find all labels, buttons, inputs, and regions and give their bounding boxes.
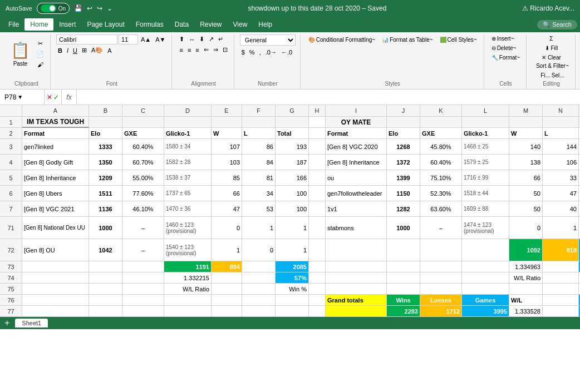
cell-6A[interactable]: [Gen 8] Ubers: [22, 186, 89, 201]
cell-71M[interactable]: 0: [509, 217, 543, 239]
cell-2M[interactable]: W: [509, 128, 543, 139]
cell-6K[interactable]: 52.30%: [420, 186, 462, 201]
cell-75J[interactable]: [387, 284, 420, 295]
cell-7K[interactable]: 63.60%: [420, 201, 462, 217]
cell-77N[interactable]: [543, 306, 579, 317]
cell-4L[interactable]: 1579 ± 25: [462, 155, 509, 170]
cell-74J[interactable]: [387, 272, 420, 284]
format-cells-button[interactable]: 🔧 Format~: [490, 53, 522, 62]
cell-76L[interactable]: Games: [462, 295, 509, 306]
cell-77M[interactable]: 1.333528: [509, 306, 543, 317]
cell-77A[interactable]: [22, 306, 89, 317]
cell-2I[interactable]: Format: [326, 128, 387, 139]
cell-74M[interactable]: W/L Ratio: [509, 272, 543, 284]
cell-71H[interactable]: [309, 217, 326, 239]
cell-74K[interactable]: [420, 272, 462, 284]
cell-2C[interactable]: GXE: [122, 128, 164, 139]
cell-6B[interactable]: 1511: [89, 186, 122, 201]
undo-icon[interactable]: ↩: [87, 4, 92, 12]
cell-71E[interactable]: 0: [212, 217, 242, 239]
menu-pagelayout[interactable]: Page Layout: [81, 18, 130, 31]
col-header-K[interactable]: K: [420, 105, 462, 116]
cell-75F[interactable]: [242, 284, 276, 295]
font-size-input[interactable]: [119, 34, 138, 44]
cell-76J[interactable]: Wins: [387, 295, 420, 306]
decrease-indent-button[interactable]: ⇐: [202, 45, 210, 54]
cell-5A[interactable]: [Gen 8] Inheritance: [22, 170, 89, 186]
cell-1B[interactable]: [89, 117, 122, 128]
cell-5I[interactable]: ou: [326, 170, 387, 186]
clear-button[interactable]: ✕ Clear: [532, 53, 571, 62]
cell-3L[interactable]: 1468 ± 25: [462, 139, 509, 155]
cell-1K[interactable]: [420, 117, 462, 128]
cell-76M[interactable]: W/L: [509, 295, 543, 306]
menu-home[interactable]: Home: [24, 18, 53, 31]
cell-75I[interactable]: [326, 284, 387, 295]
cell-3M[interactable]: 140: [509, 139, 543, 155]
col-header-G[interactable]: G: [276, 105, 309, 116]
cut-button[interactable]: ✂: [35, 39, 46, 48]
cell-3B[interactable]: 1333: [89, 139, 122, 155]
cell-71D[interactable]: 1460 ± 123 (provisional): [164, 217, 212, 239]
cell-74G[interactable]: 57%: [276, 272, 309, 284]
col-header-I[interactable]: I: [326, 105, 387, 116]
cell-5G[interactable]: 166: [276, 170, 309, 186]
confirm-formula-icon[interactable]: ✓: [53, 93, 59, 101]
cell-5N[interactable]: 33: [543, 170, 579, 186]
cell-71A[interactable]: [Gen 8] National Dex UU: [22, 217, 89, 239]
cell-4F[interactable]: 84: [242, 155, 276, 170]
menu-help[interactable]: Help: [253, 18, 278, 31]
decrease-decimal-button[interactable]: ←.0: [279, 48, 294, 57]
col-header-F[interactable]: F: [242, 105, 276, 116]
cell-7M[interactable]: 50: [509, 201, 543, 217]
cell-reference-box[interactable]: P78 ▼: [0, 90, 45, 105]
cell-74A[interactable]: [22, 272, 89, 284]
cell-71G[interactable]: 1: [276, 217, 309, 239]
cell-4C[interactable]: 60.70%: [122, 155, 164, 170]
cell-77K[interactable]: 1712: [420, 306, 462, 317]
redo-icon[interactable]: ↪: [97, 4, 102, 12]
paste-button[interactable]: 📋 Paste: [7, 34, 33, 73]
cell-6H[interactable]: [309, 186, 326, 201]
format-painter-button[interactable]: 🖌: [35, 60, 46, 69]
cell-6E[interactable]: 66: [212, 186, 242, 201]
customize-icon[interactable]: ⌄: [107, 4, 112, 12]
cell-2N[interactable]: L: [543, 128, 579, 139]
cell-75K[interactable]: [420, 284, 462, 295]
cell-75A[interactable]: [22, 284, 89, 295]
cell-72B[interactable]: 1042: [89, 239, 122, 261]
cell-76N[interactable]: [543, 295, 579, 306]
cell-3G[interactable]: 193: [276, 139, 309, 155]
cell-styles-button[interactable]: 🟩 Cell Styles~: [438, 34, 479, 45]
insert-cells-button[interactable]: ⊕ Insert~: [490, 34, 522, 43]
cell-2B[interactable]: Elo: [89, 128, 122, 139]
cell-2D[interactable]: Glicko-1: [164, 128, 212, 139]
cell-71B[interactable]: 1000: [89, 217, 122, 239]
col-header-H[interactable]: H: [309, 105, 326, 116]
col-header-L[interactable]: L: [462, 105, 509, 116]
cell-73D[interactable]: 1191: [164, 261, 212, 272]
cell-77L[interactable]: 3995: [462, 306, 509, 317]
cell-72K[interactable]: [420, 239, 462, 261]
cell-1N[interactable]: [543, 117, 579, 128]
cell-77J[interactable]: 2283: [387, 306, 420, 317]
cell-7E[interactable]: 47: [212, 201, 242, 217]
cell-76C[interactable]: [122, 295, 164, 306]
cell-76A[interactable]: [22, 295, 89, 306]
cell-7F[interactable]: 53: [242, 201, 276, 217]
cell-7A[interactable]: [Gen 8] VGC 2021: [22, 201, 89, 217]
cell-1I[interactable]: OY MATE: [326, 117, 387, 128]
cell-71J[interactable]: 1000: [387, 217, 420, 239]
col-header-C[interactable]: C: [122, 105, 164, 116]
cell-74D[interactable]: 1.332215: [164, 272, 212, 284]
cell-73L[interactable]: [462, 261, 509, 272]
increase-font-button[interactable]: A▲: [139, 35, 153, 44]
cell-72I[interactable]: [326, 239, 387, 261]
cell-76B[interactable]: [89, 295, 122, 306]
find-select-button[interactable]: Fi... Sel...: [534, 71, 571, 80]
formula-input[interactable]: [77, 93, 580, 101]
align-right-button[interactable]: ≡: [194, 46, 200, 54]
cell-73H[interactable]: [309, 261, 326, 272]
autosum-button[interactable]: Σ: [532, 34, 571, 43]
format-as-table-button[interactable]: 📊 Format as Table~: [380, 34, 435, 45]
